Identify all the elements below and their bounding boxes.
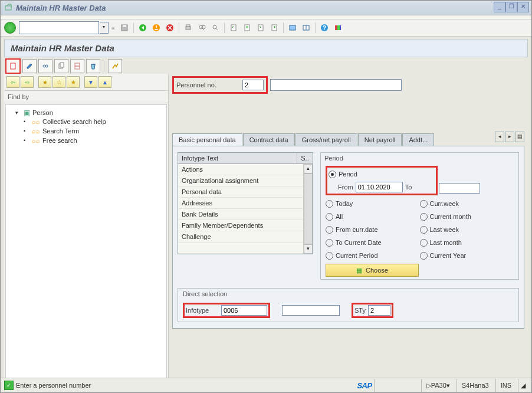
cancel-icon[interactable] bbox=[163, 21, 176, 34]
personnel-no-input[interactable] bbox=[242, 80, 264, 90]
nav-back-icon[interactable]: ⇦ bbox=[6, 76, 19, 88]
object-tree[interactable]: ▾▣Person •⌕⌕Collective search help •⌕⌕Se… bbox=[5, 104, 167, 391]
copy-button[interactable] bbox=[54, 59, 68, 73]
prev-page-icon[interactable] bbox=[241, 21, 254, 34]
status-end-icon[interactable]: ◢ bbox=[518, 379, 528, 392]
grid-scrollbar[interactable]: ▴ ▾ bbox=[303, 164, 313, 254]
save-icon[interactable] bbox=[118, 21, 131, 34]
tree-node-person[interactable]: ▾▣Person bbox=[15, 109, 165, 117]
restore-button[interactable]: ❐ bbox=[505, 2, 517, 12]
next-page-icon[interactable] bbox=[254, 21, 267, 34]
infotype-text-input[interactable] bbox=[282, 305, 340, 316]
help-icon[interactable]: ? bbox=[318, 21, 331, 34]
minimize-button[interactable]: _ bbox=[494, 2, 505, 12]
status-tcode[interactable]: ▷ PA30 ▾ bbox=[421, 379, 455, 392]
tree-node-collective[interactable]: •⌕⌕Collective search help bbox=[24, 118, 165, 125]
change-button[interactable] bbox=[22, 59, 37, 73]
svg-rect-23 bbox=[337, 25, 340, 30]
exit-icon[interactable] bbox=[150, 21, 163, 34]
find-next-icon[interactable] bbox=[209, 21, 222, 34]
radio-tocurr[interactable] bbox=[326, 239, 333, 247]
radio-all[interactable] bbox=[326, 213, 333, 221]
infotype-row[interactable]: Challenge bbox=[178, 231, 303, 243]
infotype-row[interactable] bbox=[178, 243, 303, 254]
infotype-row[interactable]: Personal data bbox=[178, 186, 303, 198]
infotype-row[interactable]: Addresses bbox=[178, 198, 303, 209]
status-system[interactable]: S4Hana3 bbox=[457, 379, 494, 392]
first-page-icon[interactable] bbox=[227, 21, 240, 34]
delete-button[interactable] bbox=[86, 59, 100, 73]
infotype-row[interactable]: Bank Details bbox=[178, 209, 303, 220]
tab-list-icon[interactable]: ▤ bbox=[515, 132, 524, 142]
tab-gross[interactable]: Gross/net payroll bbox=[295, 133, 357, 146]
command-dropdown[interactable]: ▾ bbox=[100, 22, 109, 34]
tab-addt[interactable]: Addt... bbox=[402, 133, 434, 146]
overview-button[interactable] bbox=[108, 59, 122, 73]
delimit-button[interactable] bbox=[70, 59, 84, 73]
infotype-column: Infotype Text S.. Actions Organizational… bbox=[178, 152, 313, 280]
sty-input[interactable] bbox=[368, 305, 390, 316]
radio-label: Curr.week bbox=[430, 200, 459, 207]
fav-icon[interactable]: ☆ bbox=[52, 76, 65, 88]
tab-contract[interactable]: Contract data bbox=[243, 133, 295, 146]
infotype-label: Infotype bbox=[186, 307, 219, 314]
infotype-row[interactable]: Family Member/Dependents bbox=[178, 220, 303, 231]
layout-icon[interactable] bbox=[300, 21, 313, 34]
print-icon[interactable] bbox=[182, 21, 195, 34]
radio-fromcurr[interactable] bbox=[326, 226, 333, 234]
tree-toolbar: ⇦ ⇨ ★ ☆ ★ ▼ ▲ bbox=[4, 74, 168, 91]
close-button[interactable]: ✕ bbox=[517, 2, 529, 12]
tree-node-searchterm[interactable]: •⌕⌕Search Term bbox=[24, 127, 165, 135]
tab-net[interactable]: Net payroll bbox=[358, 133, 402, 146]
status-mode[interactable]: INS bbox=[495, 379, 516, 392]
status-message: Enter a personnel number bbox=[16, 382, 91, 389]
radio-today[interactable] bbox=[326, 200, 333, 208]
choose-button[interactable]: ▦ Choose bbox=[326, 264, 419, 277]
create-button[interactable] bbox=[5, 58, 21, 74]
enter-button[interactable] bbox=[4, 22, 16, 34]
fav-add-icon[interactable]: ★ bbox=[38, 76, 51, 88]
infotype-row[interactable]: Actions bbox=[178, 164, 303, 175]
last-page-icon[interactable] bbox=[268, 21, 281, 34]
tree-label: Collective search help bbox=[42, 118, 106, 125]
radio-label: Period bbox=[339, 171, 357, 178]
radio-currweek[interactable] bbox=[420, 200, 428, 208]
infotype-input[interactable] bbox=[221, 305, 267, 316]
expand-icon[interactable]: ▼ bbox=[84, 76, 97, 88]
col-infotype-text[interactable]: Infotype Text bbox=[178, 153, 297, 163]
binoculars-icon: ⌕⌕ bbox=[32, 118, 40, 125]
tree-node-freesearch[interactable]: •⌕⌕Free search bbox=[24, 137, 165, 144]
collapse-icon[interactable]: ▲ bbox=[98, 76, 111, 88]
tab-basic[interactable]: Basic personal data bbox=[172, 133, 242, 146]
svg-line-12 bbox=[216, 28, 218, 30]
col-status[interactable]: S.. bbox=[297, 153, 313, 163]
find-icon[interactable] bbox=[195, 21, 208, 34]
customize-icon[interactable] bbox=[331, 21, 344, 34]
display-button[interactable] bbox=[38, 59, 52, 73]
radio-lastmonth[interactable] bbox=[420, 239, 428, 247]
radio-lastweek[interactable] bbox=[420, 226, 428, 234]
radio-currmonth[interactable] bbox=[420, 213, 428, 221]
from-date-input[interactable] bbox=[356, 182, 403, 192]
person-icon: ▣ bbox=[24, 109, 30, 117]
tabstrip: Basic personal data Contract data Gross/… bbox=[172, 132, 524, 146]
to-date-input[interactable] bbox=[439, 183, 480, 194]
main-area: ⇦ ⇨ ★ ☆ ★ ▼ ▲ Find by ▾▣Person •⌕⌕Collec… bbox=[4, 74, 528, 392]
tab-scroll-left-icon[interactable]: ◂ bbox=[495, 132, 504, 142]
radio-currperiod[interactable] bbox=[326, 252, 333, 260]
personnel-name-input[interactable] bbox=[270, 79, 402, 91]
command-field[interactable] bbox=[19, 21, 99, 34]
radio-curryear[interactable] bbox=[420, 252, 428, 260]
tab-scroll-right-icon[interactable]: ▸ bbox=[505, 132, 514, 142]
binoculars-icon: ⌕⌕ bbox=[32, 137, 40, 144]
back-icon[interactable] bbox=[136, 21, 149, 34]
fav-del-icon[interactable]: ★ bbox=[67, 76, 80, 88]
nav-forward-icon[interactable]: ⇨ bbox=[21, 76, 34, 88]
scroll-up-icon[interactable]: ▴ bbox=[304, 164, 313, 173]
new-session-icon[interactable] bbox=[286, 21, 299, 34]
infotype-row[interactable]: Organizational assignment bbox=[178, 175, 303, 186]
scroll-down-icon[interactable]: ▾ bbox=[304, 244, 313, 254]
scroll-thumb[interactable] bbox=[304, 173, 313, 244]
svg-point-27 bbox=[45, 65, 48, 67]
radio-period[interactable] bbox=[329, 171, 336, 178]
